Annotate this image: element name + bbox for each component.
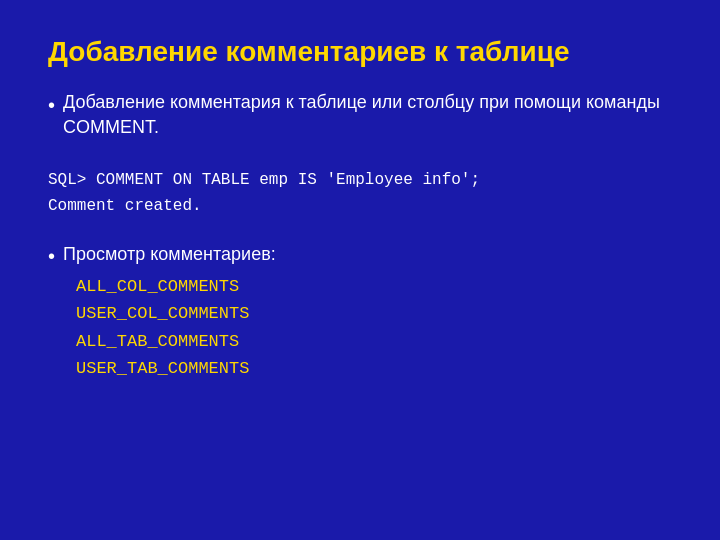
sub-items-list: ALL_COL_COMMENTS USER_COL_COMMENTS ALL_T… bbox=[76, 274, 672, 382]
code-line-1: SQL> COMMENT ON TABLE emp IS 'Employee i… bbox=[48, 168, 672, 194]
bullet-dot-1: • bbox=[48, 91, 55, 119]
sub-item-1: ALL_COL_COMMENTS bbox=[76, 274, 672, 300]
slide-title: Добавление комментариев к таблице bbox=[48, 36, 672, 68]
bullet-section-2: • Просмотр комментариев: ALL_COL_COMMENT… bbox=[48, 244, 672, 382]
bullet-item-1: • Добавление комментария к таблице или с… bbox=[48, 90, 672, 140]
sub-item-4: USER_TAB_COMMENTS bbox=[76, 356, 672, 382]
slide: Добавление комментариев к таблице • Доба… bbox=[0, 0, 720, 540]
bullet-item-2: • Просмотр комментариев: bbox=[48, 244, 672, 268]
code-line-2: Comment created. bbox=[48, 194, 672, 220]
bullet-section-1: • Добавление комментария к таблице или с… bbox=[48, 90, 672, 140]
sub-item-3: ALL_TAB_COMMENTS bbox=[76, 329, 672, 355]
bullet-text-1: Добавление комментария к таблице или сто… bbox=[63, 90, 672, 140]
sub-item-2: USER_COL_COMMENTS bbox=[76, 301, 672, 327]
code-block: SQL> COMMENT ON TABLE emp IS 'Employee i… bbox=[48, 168, 672, 219]
bullet-label-2: Просмотр комментариев: bbox=[63, 244, 276, 265]
bullet-dot-2: • bbox=[48, 245, 55, 268]
